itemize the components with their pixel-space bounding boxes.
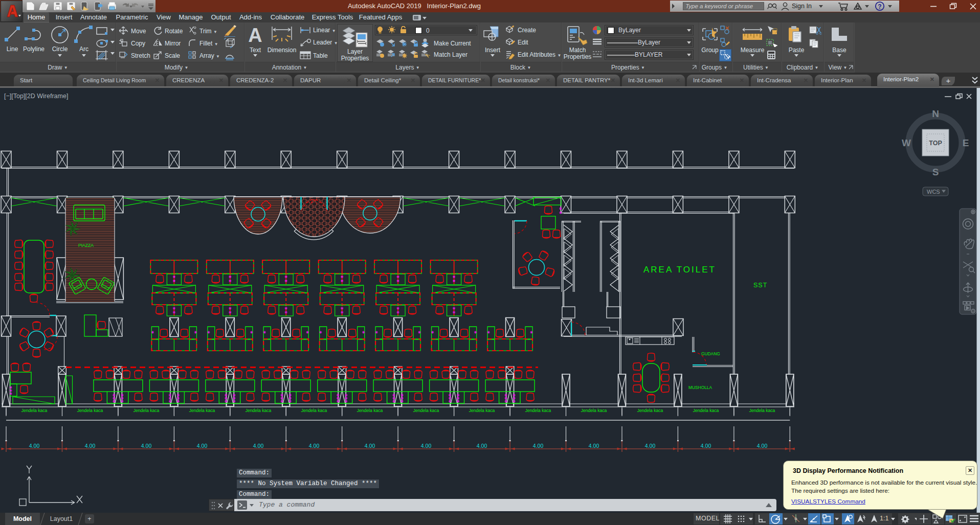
svg-text:4.00: 4.00 [701,443,711,449]
svg-text:Jendela kaca: Jendela kaca [525,408,551,413]
svg-text:Jendela kaca: Jendela kaca [581,408,607,413]
svg-text:4.00: 4.00 [421,443,432,449]
svg-text:Jendela kaca: Jendela kaca [21,408,48,413]
svg-text:4.00: 4.00 [85,443,96,449]
svg-text:4.00: 4.00 [757,443,768,449]
svg-text:Jendela kaca: Jendela kaca [246,408,272,413]
svg-text:WCS: WCS [927,189,940,195]
svg-text:AREA TOILET: AREA TOILET [643,265,716,275]
svg-text:TOP: TOP [929,140,942,147]
svg-text:+: + [946,76,951,85]
svg-text:Jendela kaca: Jendela kaca [749,408,775,413]
svg-text:4.00: 4.00 [197,443,208,449]
svg-text:Jendela kaca: Jendela kaca [189,408,215,413]
svg-text:4.00: 4.00 [309,443,320,449]
svg-text:Jendela kaca: Jendela kaca [413,408,439,413]
svg-text:SST: SST [753,282,767,289]
svg-text:PIAZZA: PIAZZA [78,243,94,248]
svg-text:4.00: 4.00 [141,443,152,449]
svg-text:4.00: 4.00 [645,443,656,449]
svg-text:[−][Top][2D Wireframe]: [−][Top][2D Wireframe] [4,93,68,100]
svg-text:Jendela kaca: Jendela kaca [77,408,103,413]
svg-text:Jendela kaca: Jendela kaca [301,408,327,413]
svg-text:?: ? [878,3,881,10]
svg-text:W: W [902,138,911,148]
svg-text:4.00: 4.00 [253,443,264,449]
svg-text:GUDANG: GUDANG [701,351,720,356]
svg-text:MUSHOLLA: MUSHOLLA [688,385,712,390]
svg-text:4.00: 4.00 [477,443,487,449]
svg-text:4.00: 4.00 [533,443,544,449]
svg-text:A: A [248,26,262,45]
svg-text:Jendela kaca: Jendela kaca [637,408,663,413]
svg-text:Jendela kaca: Jendela kaca [693,408,719,413]
svg-text:S: S [932,167,939,177]
svg-text:4.00: 4.00 [365,443,375,449]
svg-text:4.00: 4.00 [589,443,599,449]
svg-text:Jendela kaca: Jendela kaca [357,408,383,413]
svg-text:N: N [932,108,939,119]
svg-text:Jendela kaca: Jendela kaca [133,408,160,413]
svg-text:E: E [963,138,969,148]
svg-text:Jendela kaca: Jendela kaca [469,408,495,413]
svg-text:4.00: 4.00 [29,443,40,449]
